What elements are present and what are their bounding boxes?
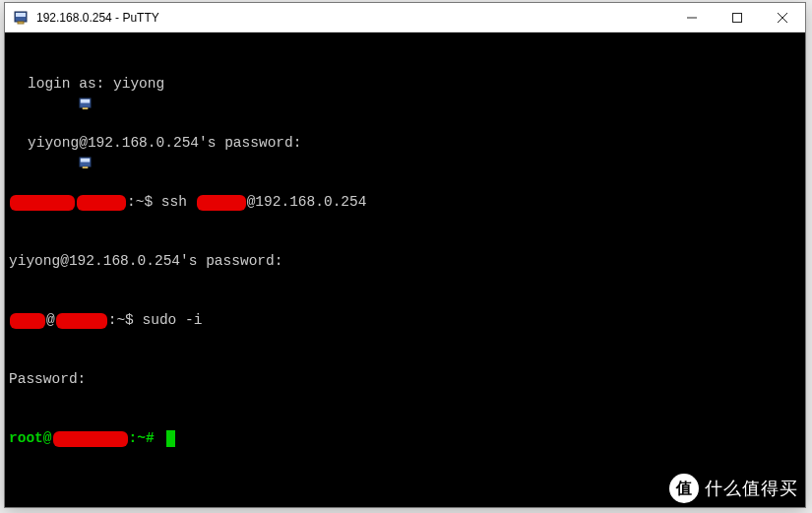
password-prompt: Password: [9, 369, 86, 389]
redacted-text [53, 431, 128, 447]
login-prompt-prefix: login as: [28, 74, 113, 94]
ssh-command-fragment: :~$ ssh [127, 192, 196, 212]
svg-rect-11 [80, 158, 89, 161]
redacted-text [10, 195, 75, 211]
redacted-text [77, 195, 126, 211]
terminal-cursor [166, 430, 175, 447]
putty-line-icon [9, 136, 24, 151]
login-username: yiyong [113, 74, 164, 94]
window-controls [669, 3, 805, 32]
titlebar[interactable]: 192.168.0.254 - PuTTY [5, 3, 805, 32]
terminal-line: yiyong@192.168.0.254's password: [9, 133, 801, 153]
ssh-target: @192.168.0.254 [247, 192, 367, 212]
root-prompt-prefix: root@ [9, 428, 52, 448]
prompt-fragment: :~$ [108, 310, 143, 330]
svg-rect-8 [80, 98, 89, 102]
redacted-text [56, 313, 107, 329]
sudo-command: sudo -i [143, 310, 203, 330]
terminal-area[interactable]: login as: yiyong yiyong@192.168.0.254's … [5, 32, 805, 507]
svg-rect-9 [82, 107, 88, 109]
redacted-text [10, 313, 45, 329]
putty-window: 192.168.0.254 - PuTTY login as: yiyong y… [4, 2, 806, 508]
svg-rect-2 [18, 22, 24, 24]
maximize-button[interactable] [715, 3, 760, 32]
at-symbol: @ [46, 310, 55, 330]
terminal-line: :~$ ssh @192.168.0.254 [9, 192, 801, 212]
window-title: 192.168.0.254 - PuTTY [34, 11, 669, 25]
password-prompt: yiyong@192.168.0.254's password: [28, 133, 301, 153]
putty-line-icon [9, 77, 24, 92]
svg-rect-1 [16, 13, 26, 17]
password-prompt: yiyong@192.168.0.254's password: [9, 251, 282, 271]
minimize-button[interactable] [669, 3, 715, 32]
terminal-line: login as: yiyong [9, 74, 801, 94]
putty-app-icon [13, 10, 29, 26]
terminal-line: Password: [9, 369, 801, 389]
terminal-line: yiyong@192.168.0.254's password: [9, 251, 801, 271]
svg-line-5 [778, 13, 787, 23]
root-prompt-suffix: :~# [129, 428, 163, 448]
terminal-line: @ :~$ sudo -i [9, 310, 801, 330]
svg-rect-12 [82, 166, 88, 168]
svg-line-6 [778, 13, 787, 23]
redacted-text [197, 195, 246, 211]
close-button[interactable] [760, 3, 805, 32]
svg-rect-4 [733, 13, 742, 22]
terminal-line: root@ :~# [9, 428, 801, 448]
